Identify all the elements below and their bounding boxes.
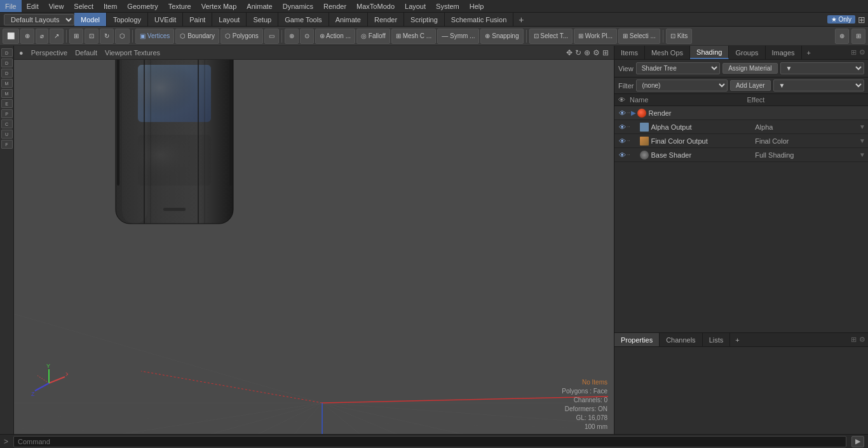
command-input[interactable] <box>13 436 846 447</box>
finalcolor-arrow[interactable]: ▼ <box>859 137 865 144</box>
props-settings-icon[interactable]: ⚙ <box>859 336 865 344</box>
toolbar-mesh[interactable]: ⊞ Mesh C ... <box>391 29 436 44</box>
menu-edit[interactable]: Edit <box>22 0 44 12</box>
menu-animate[interactable]: Animate <box>241 0 277 12</box>
toolbar-selectt[interactable]: ⊡ Select T... <box>529 29 573 44</box>
toolbar-symm[interactable]: — Symm ... <box>437 29 479 44</box>
layout-tab-render[interactable]: Render <box>368 13 404 26</box>
baseshader-arrow[interactable]: ▼ <box>859 151 865 158</box>
menu-geometry[interactable]: Geometry <box>122 0 163 12</box>
vp-move-icon[interactable]: ✥ <box>566 48 573 57</box>
left-btn-4[interactable]: M <box>1 79 13 88</box>
menu-maxtomodo[interactable]: MaxToModo <box>351 0 400 12</box>
left-btn-8[interactable]: C <box>1 119 13 128</box>
star-badge[interactable]: ★ Only <box>827 15 855 24</box>
toolbar-select1[interactable]: ⬜ <box>3 29 19 44</box>
menu-select[interactable]: Select <box>69 0 98 12</box>
viewport[interactable]: ● Perspective Default Viewport Textures … <box>14 46 614 434</box>
filter-dropdown[interactable]: (none) <box>636 79 727 92</box>
toolbar-workpl[interactable]: ⊞ Work Pl... <box>574 29 617 44</box>
menu-render[interactable]: Render <box>318 0 351 12</box>
vp-dot[interactable]: ● <box>19 49 24 57</box>
vp-textures[interactable]: Viewport Textures <box>105 49 160 57</box>
layout-tab-schematic[interactable]: Schematic Fusion <box>445 13 513 26</box>
rp-settings-icon[interactable]: ⚙ <box>859 48 865 57</box>
layout-plus[interactable]: + <box>513 15 529 25</box>
rp-tab-images[interactable]: Images <box>766 46 802 59</box>
left-btn-1[interactable]: D <box>1 48 13 57</box>
view-dropdown[interactable]: Shader Tree <box>636 62 721 74</box>
alpha-arrow[interactable]: ▼ <box>859 123 865 130</box>
layout-tab-uvedit[interactable]: UVEdit <box>148 13 183 26</box>
menu-vertexmap[interactable]: Vertex Map <box>196 0 242 12</box>
layout-dropdown[interactable]: Default Layouts <box>4 14 74 25</box>
menu-item[interactable]: Item <box>98 0 122 12</box>
vp-perspective[interactable]: Perspective <box>31 49 67 57</box>
toolbar-eye[interactable]: ⊙ <box>300 29 314 44</box>
layout-tab-setup[interactable]: Setup <box>247 13 278 26</box>
toolbar-snapping[interactable]: ⊕ Snapping <box>480 29 523 44</box>
layout-tab-animate[interactable]: Animate <box>329 13 368 26</box>
left-btn-7[interactable]: P <box>1 109 13 118</box>
vis-toggle-render[interactable]: 👁 <box>617 109 627 117</box>
assign-material-btn[interactable]: Assign Material <box>722 63 777 74</box>
shader-row-baseshader[interactable]: 👁 ·· Base Shader Full Shading ▼ <box>614 148 868 162</box>
props-tab-properties[interactable]: Properties <box>614 333 660 346</box>
rp-tab-groups[interactable]: Groups <box>729 46 765 59</box>
toolbar-box[interactable]: ⊡ <box>85 29 98 44</box>
toolbar-boundary[interactable]: ⬡ Boundary <box>175 29 219 44</box>
vp-settings-icon[interactable]: ⚙ <box>593 48 600 57</box>
layout-tab-scripting[interactable]: Scripting <box>404 13 445 26</box>
layout-tab-model[interactable]: Model <box>74 13 107 26</box>
viewport-canvas[interactable]: X Y Z No Items Polygons : Face Channels:… <box>14 60 614 434</box>
toolbar-action[interactable]: ⊛ Action ... <box>315 29 355 44</box>
maximize-btn[interactable]: ⊞ <box>858 15 865 25</box>
assign-dropdown[interactable]: ▼ <box>780 62 865 74</box>
menu-help[interactable]: Help <box>465 0 489 12</box>
cmd-run-btn[interactable]: ▶ <box>851 436 864 447</box>
vp-zoom-icon[interactable]: ⊕ <box>584 48 590 57</box>
vp-expand-icon[interactable]: ⊞ <box>602 48 609 57</box>
menu-layout[interactable]: Layout <box>400 0 431 12</box>
left-btn-9[interactable]: U <box>1 130 13 139</box>
menu-texture[interactable]: Texture <box>163 0 196 12</box>
left-btn-2[interactable]: D <box>1 58 13 67</box>
toolbar-rect[interactable]: ▭ <box>264 29 279 44</box>
toolbar-globe3[interactable]: ⊕ <box>835 29 849 44</box>
layout-tab-paint[interactable]: Paint <box>183 13 212 26</box>
toolbar-falloff[interactable]: ◎ Falloff <box>356 29 390 44</box>
left-btn-5[interactable]: M <box>1 89 13 98</box>
menu-dynamics[interactable]: Dynamics <box>278 0 318 12</box>
rp-tab-shading[interactable]: Shading <box>690 46 729 59</box>
shader-row-finalcolor[interactable]: 👁 ·· Final Color Output Final Color ▼ <box>614 134 868 148</box>
rp-tab-meshops[interactable]: Mesh Ops <box>645 46 690 59</box>
vis-toggle-finalcolor[interactable]: 👁 <box>617 137 627 145</box>
toolbar-grid[interactable]: ⊞ <box>69 29 83 44</box>
menu-file[interactable]: File <box>0 0 22 12</box>
toolbar-globe[interactable]: ⊕ <box>20 29 34 44</box>
expand-render[interactable]: ▶ <box>631 109 636 116</box>
left-btn-10[interactable]: F <box>1 140 13 149</box>
toolbar-rotate[interactable]: ↻ <box>100 29 114 44</box>
vis-toggle-alpha[interactable]: 👁 <box>617 123 627 131</box>
vp-rotate-icon[interactable]: ↻ <box>575 48 581 57</box>
props-expand-icon[interactable]: ⊞ <box>851 336 857 344</box>
left-btn-3[interactable]: D <box>1 69 13 78</box>
toolbar-vertices[interactable]: ▣ Vertices <box>135 29 174 44</box>
rp-tab-plus[interactable]: + <box>802 49 816 57</box>
toolbar-shield[interactable]: ⬡ <box>115 29 130 44</box>
left-btn-6[interactable]: E <box>1 99 13 108</box>
toolbar-fullscreen[interactable]: ⊞ <box>851 29 865 44</box>
shader-row-alpha[interactable]: 👁 ·· Alpha Output Alpha ▼ <box>614 120 868 134</box>
props-tab-channels[interactable]: Channels <box>660 333 702 346</box>
shader-row-render[interactable]: 👁 ·· ▶ Render <box>614 106 868 120</box>
add-layer-dropdown[interactable]: ▼ <box>773 79 864 92</box>
props-tab-plus[interactable]: + <box>730 336 744 344</box>
layout-tab-topology[interactable]: Topology <box>107 13 148 26</box>
rp-tab-items[interactable]: Items <box>614 46 645 59</box>
toolbar-selecti[interactable]: ⊞ Selecti ... <box>618 29 660 44</box>
toolbar-kits[interactable]: ⊡ Kits <box>666 29 692 44</box>
menu-view[interactable]: View <box>44 0 69 12</box>
vp-default[interactable]: Default <box>75 49 97 57</box>
toolbar-polygons[interactable]: ⬡ Polygons <box>220 29 263 44</box>
